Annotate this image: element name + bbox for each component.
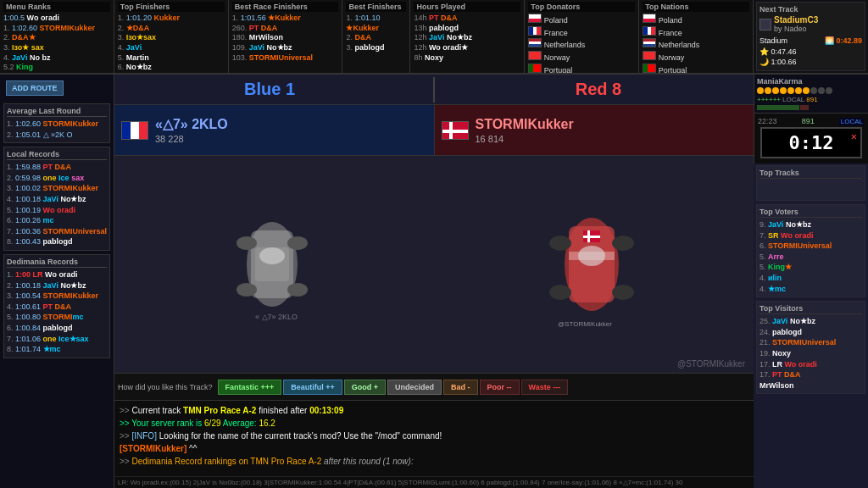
- timer-close-button[interactable]: ✕: [851, 130, 857, 142]
- track-time-1: 🌅 0:42.89: [825, 36, 862, 47]
- average-round-title: Average Last Round: [7, 107, 107, 117]
- voter-6: 4. иlin: [760, 273, 862, 284]
- top-tracks-title: Top Tracks: [760, 169, 862, 179]
- chat-area: >> Current track TMN Pro Race A-2 finish…: [114, 400, 754, 476]
- rating-beautiful-button[interactable]: Beautiful ++: [283, 380, 342, 395]
- local-record-1: 1. 1:59.88 PT D&A: [7, 162, 107, 173]
- karma-bar-2: [757, 105, 865, 110]
- red-car-container: @STORMIKukker: [545, 201, 638, 328]
- voter-4: 5. Arre: [760, 252, 862, 263]
- visitor-5: 17. LR Wo oradi: [760, 359, 862, 370]
- visitor-6: 17. PT D&A: [760, 369, 862, 380]
- chat-line-5: >> Dedimania Record rankings on TMN Pro …: [120, 455, 748, 468]
- menu-rank-item-3: 2. D&A★: [3, 33, 110, 43]
- karma-star-5: [787, 87, 794, 94]
- best-finish-1: 1. 1:01.10: [346, 14, 406, 24]
- visitor-3: 21. STORMIUniversal: [760, 337, 862, 348]
- red-car-svg: @STORMIKukker: [545, 201, 638, 328]
- track-times: Stadium 🌅 0:42.89 ⭐ 0:47.46 🌙 1:00.66: [760, 36, 862, 68]
- chat-line-3: >> [INFO] Looking for the name of the cu…: [120, 430, 748, 442]
- svg-point-4: [236, 283, 257, 297]
- rating-bad-button[interactable]: Bad -: [443, 380, 478, 395]
- top-section-nations: Top Nations Poland France Netherlands No…: [639, 0, 754, 73]
- karma-star-9: [818, 87, 825, 94]
- top-bar: Menu Ranks 1:00.5 Wo oradi 1. 1:02.60 ST…: [0, 0, 868, 75]
- top-visitors-title: Top Visitors: [760, 304, 862, 314]
- add-route-button[interactable]: ADD ROUTE: [6, 80, 64, 96]
- svg-text:@STORMIKukker: @STORMIKukker: [558, 320, 612, 328]
- red-player-card: STORMIKukker 16 814: [435, 105, 754, 155]
- right-and-timer-panel: ManiaKarma ++++++ LOCAL 891: [754, 75, 868, 488]
- karma-star-2: [765, 87, 771, 94]
- best-finish-4: 3. pablogd: [346, 43, 406, 53]
- nation-3: Netherlands: [643, 38, 749, 51]
- voter-2: 7. SR Wo oradi: [760, 230, 862, 241]
- hours-item-4: 12h Wo oradi★: [414, 43, 520, 53]
- rating-poor-button[interactable]: Poor --: [480, 380, 520, 395]
- watermark: @STORMIKukker: [677, 359, 745, 369]
- svg-point-2: [236, 236, 257, 250]
- karma-stars: [757, 87, 865, 94]
- rating-fantastic-button[interactable]: Fantastic +++: [218, 380, 282, 395]
- finisher-item-6: 6. No★bz: [118, 63, 225, 73]
- track-author: by Nadeo: [774, 25, 818, 33]
- donators-title: Top Donators: [528, 2, 635, 12]
- dedi-record-3: 3. 1:00.54 STORMIKukker: [7, 291, 107, 302]
- blue-player-card: «△7» 2KLO 38 228: [114, 105, 435, 155]
- player-cards: «△7» 2KLO 38 228 STORMIKukker 16 814: [114, 105, 754, 156]
- top-tracks-empty: [760, 180, 862, 197]
- svg-point-14: [549, 285, 571, 300]
- track-time-2: ⭐ 0:47.46: [760, 47, 797, 58]
- nations-title: Top Nations: [643, 2, 749, 12]
- menu-rank-item-4: 3. Iзо★ sax: [3, 43, 110, 53]
- rating-question: How did you like this Track?: [118, 383, 213, 391]
- hours-item-2: 13h pablogd: [414, 24, 520, 34]
- chat-line-2: >> Your server rank is 6/29 Average: 16.…: [120, 417, 748, 430]
- best-race-item-1: 1. 1:01.56 ★Kukker: [232, 14, 339, 24]
- finisher-item-3: 3. Iзо★sax: [118, 33, 225, 43]
- voter-3: 6. STORMIUniversal: [760, 241, 862, 252]
- karma-counts: ++++++ LOCAL 891: [757, 96, 865, 103]
- blue-player-name: «△7» 2KLO: [155, 116, 228, 132]
- local-record-3: 3. 1:00.02 STORMIKukker: [7, 183, 107, 194]
- left-panel: ADD ROUTE Average Last Round 1. 1:02.60 …: [0, 75, 114, 488]
- dedimania-records-title: Dedimania Records: [7, 258, 107, 268]
- rating-undecided-button[interactable]: Undecided: [387, 380, 442, 395]
- rating-waste-button[interactable]: Waste ---: [521, 380, 569, 395]
- timer-time: 0:12: [789, 132, 834, 153]
- menu-rank-item-1: 1:00.5 Wo oradi: [3, 14, 110, 24]
- karma-star-3: [772, 87, 779, 94]
- karma-star-1: [757, 87, 764, 94]
- dedi-record-5: 5. 1:00.80 STORMImc: [7, 312, 107, 323]
- blue-player-points: 38 228: [155, 134, 228, 144]
- timer-online-num: 891: [802, 117, 815, 125]
- top-section-donators: Top Donators Poland France Netherlands N…: [525, 0, 639, 73]
- karma-star-4: [780, 87, 787, 94]
- blue-player-flag: [121, 121, 148, 140]
- menu-ranks-title: Menu Ranks: [3, 2, 110, 12]
- track-name: StadiumC3: [774, 15, 818, 25]
- menu-rank-item-5: 4. JaVi No bz: [3, 53, 110, 64]
- mania-karma-section: ManiaKarma ++++++ LOCAL 891: [754, 75, 868, 114]
- donator-1: Poland: [528, 14, 635, 26]
- visitor-7: MrWilson: [760, 380, 862, 391]
- scroll-bar-bottom: LR: Wo joradi.ex:(00.15) 2|JaV is No0bz:…: [114, 476, 754, 488]
- voter-5: 5. King★: [760, 262, 862, 273]
- top-voters-title: Top Voters: [760, 208, 862, 218]
- chat-line-1: >> Current track TMN Pro Race A-2 finish…: [120, 404, 748, 417]
- hours-title: Hours Played: [414, 2, 520, 12]
- rating-good-button[interactable]: Good +: [344, 380, 386, 395]
- dedi-record-7: 7. 1:01.06 one Ice★sax: [7, 334, 107, 345]
- best-finish-title: Best Finishers: [346, 2, 406, 12]
- local-records-title: Local Records: [7, 150, 107, 160]
- svg-point-5: [287, 283, 308, 297]
- red-player-flag: [442, 121, 469, 140]
- svg-text:« △7» 2KLO: « △7» 2KLO: [255, 313, 298, 321]
- donator-5: Portugal: [528, 64, 635, 73]
- avg-item-1: 1. 1:02.60 STORMIKukker: [7, 119, 107, 130]
- hours-item-1: 14h PT D&A: [414, 14, 520, 24]
- donator-4: Norway: [528, 51, 635, 64]
- donator-3: Netherlands: [528, 38, 635, 51]
- top-section-hours: Hours Played 14h PT D&A 13h pablogd 12h …: [410, 0, 525, 73]
- red-player-points: 16 814: [476, 134, 574, 144]
